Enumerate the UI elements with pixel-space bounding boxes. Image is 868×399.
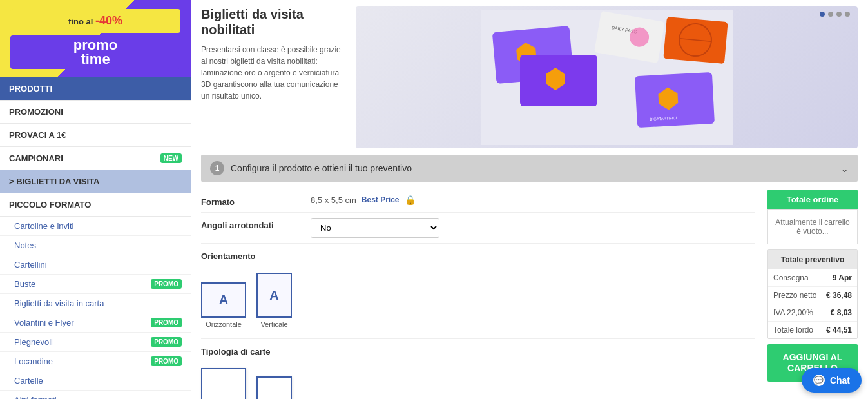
product-hero: Biglietti da visita nobilitati Presentar…: [191, 0, 868, 155]
main-content: Biglietti da visita nobilitati Presentar…: [191, 0, 868, 399]
formato-label: Formato: [201, 195, 304, 207]
sub-item-buste[interactable]: Buste PROMO: [0, 275, 191, 294]
sub-item-locandine[interactable]: Locandine PROMO: [0, 352, 191, 371]
promo-time-text: time: [18, 52, 173, 66]
step-number: 1: [210, 161, 224, 175]
sub-item-biglietti-carta[interactable]: Biglietti da visita in carta: [0, 294, 191, 313]
image-dot-1[interactable]: [820, 12, 825, 17]
preventivo-panel: Totale preventivo Consegna 9 Apr Prezzo …: [767, 249, 858, 339]
nav-item-promozioni[interactable]: Promozioni: [0, 101, 191, 124]
plastificate-box: [256, 376, 292, 399]
orientation-horizontal[interactable]: A Orizzontale: [201, 282, 246, 328]
angoli-row: Angoli arrotondati No Sì: [201, 213, 755, 244]
chat-label: Chat: [830, 375, 850, 385]
config-form: Formato 8,5 x 5,5 cm Best Price 🔒 Angoli…: [201, 190, 755, 399]
vertical-label: Verticale: [260, 320, 287, 328]
standard-box: [201, 368, 246, 399]
image-dots-container: [820, 12, 850, 17]
iva-value: € 8,03: [831, 308, 852, 317]
promo-banner: fino al -40% promo time: [0, 0, 191, 77]
image-dot-2[interactable]: [828, 12, 833, 17]
orientation-vertical[interactable]: A Verticale: [256, 273, 292, 328]
totale-lordo-value: € 44,51: [826, 326, 852, 335]
preventivo-row-prezzo-netto: Prezzo netto € 36,48: [768, 287, 857, 304]
vertical-box: A: [256, 273, 292, 318]
product-image: DAILY PASS BIGATARTIFICI: [356, 6, 858, 148]
nav-item-provaci[interactable]: Provaci a 1€: [0, 124, 191, 147]
carrello-vuoto-text: Attualmente il carrello è vuoto...: [767, 209, 858, 244]
sub-item-piegnevoli[interactable]: Piegnevoli PROMO: [0, 333, 191, 352]
orientation-options: A Orizzontale A Verticale: [201, 268, 292, 333]
totale-lordo-label: Totale lordo: [773, 326, 813, 335]
sub-item-volantini[interactable]: Volantini e Flyer PROMO: [0, 313, 191, 333]
chevron-down-icon: ⌄: [840, 162, 849, 175]
card-type-options: Standard Plastificate: [201, 363, 292, 399]
product-image-svg: DAILY PASS BIGATARTIFICI: [481, 10, 733, 145]
lock-icon: 🔒: [405, 195, 416, 205]
image-dot-4[interactable]: [845, 12, 850, 17]
preventivo-header: Totale preventivo: [768, 250, 857, 269]
formato-value: 8,5 x 5,5 cm: [311, 195, 356, 205]
promo-promo-text: promo: [18, 38, 173, 52]
product-image-area: DAILY PASS BIGATARTIFICI: [356, 6, 858, 148]
preventivo-row-iva: IVA 22,00% € 8,03: [768, 304, 857, 322]
card-type-standard[interactable]: Standard: [201, 368, 246, 399]
sub-item-cartelle[interactable]: Cartelle: [0, 371, 191, 391]
nav-item-campionari[interactable]: Campionari NEW: [0, 147, 191, 170]
formato-row: Formato 8,5 x 5,5 cm Best Price 🔒: [201, 190, 755, 213]
tipologia-row: Tipologia di carte Standard Plastificate: [201, 339, 755, 399]
horizontal-box: A: [201, 282, 246, 318]
sub-item-altri[interactable]: Altri formati: [0, 391, 191, 399]
formato-value-container: 8,5 x 5,5 cm Best Price 🔒: [311, 195, 755, 205]
orientamento-row: Orientamento A Orizzontale A Verticale: [201, 244, 755, 339]
badge-promo-buste: PROMO: [151, 279, 182, 289]
consegna-value: 9 Apr: [833, 273, 852, 282]
totale-ordine-header: Totale ordine: [767, 190, 858, 209]
angoli-select[interactable]: No Sì: [311, 218, 439, 238]
badge-promo-locandine: PROMO: [151, 356, 182, 366]
nav-item-piccolo[interactable]: Piccolo Formato: [0, 193, 191, 217]
tipologia-label: Tipologia di carte: [201, 344, 304, 356]
prezzo-netto-value: € 36,48: [826, 291, 852, 300]
configurator: 1 Configura il prodotto e ottieni il tuo…: [191, 155, 868, 399]
preventivo-row-totale-lordo: Totale lordo € 44,51: [768, 322, 857, 338]
badge-new-campionari: NEW: [160, 153, 182, 163]
consegna-label: Consegna: [773, 273, 809, 282]
image-dot-3[interactable]: [836, 12, 842, 17]
sub-item-cartoline[interactable]: Cartoline e inviti: [0, 217, 191, 236]
sidebar: fino al -40% promo time Prodotti Promozi…: [0, 0, 191, 399]
card-type-plastificate[interactable]: Plastificate: [256, 376, 292, 399]
orientamento-label: Orientamento: [201, 249, 304, 261]
preventivo-row-consegna: Consegna 9 Apr: [768, 269, 857, 287]
angoli-label: Angoli arrotondati: [201, 218, 304, 230]
config-step-label: Configura il prodotto e ottieni il tuo p…: [231, 163, 412, 173]
config-header[interactable]: 1 Configura il prodotto e ottieni il tuo…: [201, 155, 858, 182]
product-description: Presentarsi con classe è possibile grazi…: [201, 44, 343, 102]
promo-pct-text: -40%: [95, 14, 122, 27]
best-price-label: Best Price: [362, 195, 400, 204]
angoli-value-container: No Sì: [311, 218, 755, 238]
promo-fino-text: fino al: [68, 17, 93, 26]
product-info: Biglietti da visita nobilitati Presentar…: [201, 6, 343, 148]
badge-promo-volantini: PROMO: [151, 318, 182, 327]
horizontal-label: Orizzontale: [206, 320, 242, 328]
sub-item-cartellini[interactable]: Cartellini: [0, 255, 191, 275]
config-body: Formato 8,5 x 5,5 cm Best Price 🔒 Angoli…: [201, 190, 858, 399]
sub-item-notes[interactable]: Notes: [0, 236, 191, 255]
nav-item-biglietti[interactable]: > Biglietti da visita: [0, 170, 191, 193]
prezzo-netto-label: Prezzo netto: [773, 291, 816, 300]
chat-button[interactable]: Chat: [802, 368, 862, 393]
iva-label: IVA 22,00%: [773, 308, 813, 317]
badge-promo-piegnevoli: PROMO: [151, 337, 182, 347]
chat-icon: [813, 375, 825, 386]
nav-item-prodotti[interactable]: Prodotti: [0, 77, 191, 101]
product-title: Biglietti da visita nobilitati: [201, 6, 343, 37]
